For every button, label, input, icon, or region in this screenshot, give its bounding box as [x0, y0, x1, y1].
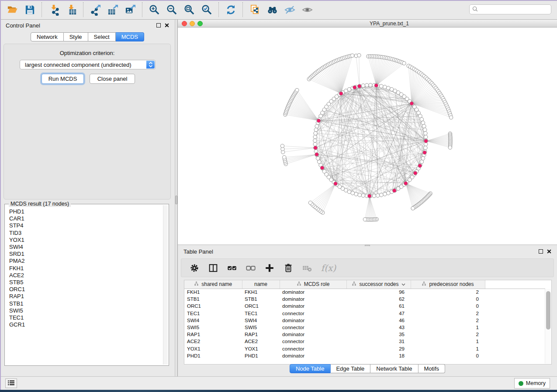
hide-selected-button[interactable] [281, 1, 298, 18]
table-cell[interactable]: STB1 [184, 296, 242, 303]
table-cell[interactable]: 0 [411, 303, 485, 309]
table-cell[interactable]: 2 [411, 331, 485, 338]
mcds-result-item[interactable]: FKH1 [9, 265, 163, 272]
import-network-button[interactable] [45, 1, 62, 18]
tab-node-table[interactable]: Node Table [290, 364, 331, 373]
vertical-splitter-handle[interactable] [175, 196, 177, 204]
table-cell[interactable]: 0 [411, 352, 485, 359]
close-panel-button[interactable]: Close panel [90, 74, 135, 84]
table-cell[interactable]: dominator [280, 352, 346, 359]
tab-motifs[interactable]: Motifs [418, 364, 445, 373]
table-cell[interactable]: 1 [411, 338, 485, 345]
table-cell[interactable]: 47 [346, 310, 411, 317]
table-cell[interactable]: connector [280, 310, 346, 317]
search-box[interactable] [469, 4, 551, 14]
table-cell[interactable]: YOX1 [242, 345, 280, 352]
table-cell[interactable]: 35 [346, 331, 411, 338]
table-cell[interactable]: 0 [411, 296, 485, 303]
network-graph-canvas[interactable] [178, 28, 557, 244]
deselect-all-button[interactable] [245, 261, 257, 275]
table-cell[interactable]: TEC1 [242, 310, 280, 317]
tab-network-table[interactable]: Network Table [370, 364, 418, 373]
import-table-button[interactable] [62, 1, 80, 18]
table-cell[interactable]: TEC1 [184, 310, 242, 317]
table-cell[interactable]: 2 [411, 310, 485, 317]
mcds-result-item[interactable]: ORC1 [9, 286, 163, 293]
table-cell[interactable]: PHD1 [242, 352, 280, 359]
table-cell[interactable]: 96 [346, 289, 411, 296]
table-scrollbar[interactable] [545, 289, 551, 364]
zoom-in-button[interactable] [145, 1, 163, 18]
table-cell[interactable]: ORC1 [242, 303, 280, 309]
table-row[interactable]: STB1STB1dominator620 [184, 296, 545, 303]
mcds-result-item[interactable]: SWI5 [9, 307, 163, 314]
mcds-list-scrollbar[interactable] [163, 205, 168, 364]
table-cell[interactable]: ACE2 [184, 338, 242, 345]
mcds-result-item[interactable]: SRD1 [9, 251, 163, 258]
close-panel-icon[interactable] [165, 23, 169, 28]
save-session-button[interactable] [21, 1, 38, 18]
zoom-selected-button[interactable] [198, 1, 215, 18]
network-window-titlebar[interactable]: YPA_prune.txt_1 [178, 20, 557, 28]
table-scrollbar-thumb[interactable] [546, 291, 550, 330]
tab-mcds[interactable]: MCDS [116, 32, 144, 41]
float-panel-icon[interactable] [156, 23, 161, 28]
tab-network[interactable]: Network [31, 32, 64, 41]
table-cell[interactable]: YOX1 [184, 345, 242, 352]
mcds-result-item[interactable]: TID3 [9, 230, 163, 237]
column-header-predecessor-nodes[interactable]: predecessor nodes [411, 280, 485, 289]
table-cell[interactable]: RAP1 [184, 331, 242, 338]
table-cell[interactable]: 1 [411, 324, 485, 331]
toggle-panel-button[interactable] [207, 261, 219, 275]
mcds-result-item[interactable]: STP4 [9, 222, 163, 229]
search-input[interactable] [480, 7, 551, 13]
mcds-result-item[interactable]: GCR1 [9, 321, 163, 328]
mcds-result-item[interactable]: STB1 [9, 300, 163, 307]
column-header-MCDS-role[interactable]: MCDS role [280, 280, 346, 289]
delete-column-button[interactable] [282, 261, 294, 275]
column-header-successor-nodes[interactable]: successor nodes [346, 280, 411, 289]
vertical-splitter[interactable] [175, 20, 178, 376]
table-cell[interactable]: STB1 [242, 296, 280, 303]
show-all-button[interactable] [298, 1, 316, 18]
table-cell[interactable]: connector [280, 324, 346, 331]
mcds-result-item[interactable]: RAP1 [9, 293, 163, 300]
table-cell[interactable]: 29 [346, 345, 411, 352]
table-row[interactable]: FKH1FKH1dominator962 [184, 289, 545, 296]
table-cell[interactable]: 2 [411, 289, 485, 296]
select-all-button[interactable] [226, 261, 238, 275]
table-cell[interactable]: dominator [280, 331, 346, 338]
table-cell[interactable]: ACE2 [242, 338, 280, 345]
table-cell[interactable]: SWI5 [184, 324, 242, 331]
table-cell[interactable]: 62 [346, 296, 411, 303]
table-row[interactable]: SWI5SWI5connector431 [184, 324, 545, 331]
table-cell[interactable]: dominator [280, 289, 346, 296]
mcds-result-item[interactable]: YOX1 [9, 237, 163, 244]
table-cell[interactable]: 18 [346, 352, 411, 359]
memory-button[interactable]: Memory [514, 378, 550, 389]
table-cell[interactable]: 46 [346, 317, 411, 324]
table-cell[interactable]: SWI4 [184, 317, 242, 324]
table-cell[interactable]: 2 [411, 317, 485, 324]
run-mcds-button[interactable]: Run MCDS [42, 74, 84, 84]
mcds-result-item[interactable]: SWI4 [9, 244, 163, 251]
mcds-result-item[interactable]: TEC1 [9, 314, 163, 321]
table-cell[interactable]: 43 [346, 324, 411, 331]
table-cell[interactable]: connector [280, 338, 346, 345]
table-row[interactable]: ORC1ORC1dominator610 [184, 303, 545, 309]
table-settings-button[interactable] [188, 261, 201, 275]
criterion-select[interactable]: largest connected component (undirected) [20, 60, 156, 69]
float-table-panel-icon[interactable] [539, 249, 543, 254]
close-window-icon[interactable] [182, 21, 187, 26]
duplicate-network-button[interactable] [246, 1, 263, 18]
mcds-result-item[interactable]: PHD1 [9, 208, 163, 215]
close-table-panel-icon[interactable] [547, 249, 551, 254]
tab-select[interactable]: Select [88, 32, 116, 41]
refresh-button[interactable] [222, 1, 239, 18]
zoom-out-button[interactable] [163, 1, 180, 18]
column-header-name[interactable]: name [242, 280, 280, 289]
zoom-fit-button[interactable] [180, 1, 198, 18]
table-row[interactable]: PHD1PHD1dominator180 [184, 352, 545, 359]
mcds-result-item[interactable]: ACE2 [9, 272, 163, 279]
open-file-button[interactable] [3, 1, 21, 18]
